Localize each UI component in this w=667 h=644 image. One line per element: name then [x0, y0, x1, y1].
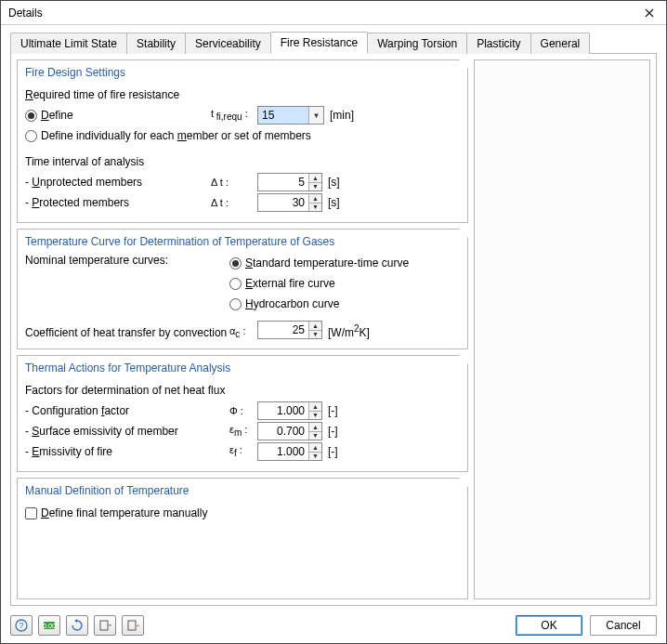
tab-body: Fire Design Settings Required time of fi…: [10, 53, 657, 606]
group-fire-design-settings: Fire Design Settings Required time of fi…: [17, 59, 468, 223]
dt-unit-2: [s]: [328, 196, 340, 209]
window-title: Details: [8, 7, 43, 20]
svg-rect-4: [100, 621, 108, 630]
spin-down-icon[interactable]: ▼: [309, 330, 321, 339]
spin-down-icon[interactable]: ▼: [309, 411, 321, 420]
spin-up-icon[interactable]: ▲: [309, 194, 321, 203]
units-icon: 0.00: [43, 619, 56, 632]
unit-2: [-]: [328, 425, 338, 438]
cancel-button[interactable]: Cancel: [590, 615, 657, 636]
group-title: Fire Design Settings: [25, 64, 460, 79]
reset-button[interactable]: [66, 615, 88, 636]
tab-warping-torsion[interactable]: Warping Torsion: [367, 33, 467, 54]
emiss-fire-field[interactable]: [258, 443, 308, 460]
group-temperature-curve: Temperature Curve for Determination of T…: [17, 229, 468, 349]
emiss-member-input[interactable]: ▲▼: [257, 422, 322, 440]
emiss-fire-input[interactable]: ▲▼: [257, 442, 322, 461]
factors-title: Factors for determination of net heat fl…: [25, 384, 225, 397]
help-button[interactable]: ?: [10, 615, 33, 636]
dt-symbol-2: Δ t :: [211, 197, 257, 208]
tab-ultimate-limit-state[interactable]: Ultimate Limit State: [10, 33, 127, 54]
radio-define-individually[interactable]: [25, 130, 37, 142]
bottom-icon-row: ? 0.00: [10, 615, 144, 636]
nominal-label: Nominal temperature curves:: [25, 254, 229, 267]
group-manual-definition: Manual Definition of Temperature Define …: [17, 478, 468, 599]
group-title: Temperature Curve for Determination of T…: [25, 233, 460, 248]
close-icon: [645, 8, 654, 18]
radio-define-individually-label: Define individually for each member or s…: [41, 129, 311, 142]
tfi-combo[interactable]: 15 ▼: [257, 106, 324, 125]
required-time-label: Required time of fire resistance: [25, 88, 179, 101]
preview-panel: [474, 59, 650, 599]
emiss-fire-label: - Emissivity of fire: [25, 445, 229, 458]
radio-external-curve-label: External fire curve: [245, 277, 335, 290]
unprotected-label: - Unprotected members: [25, 176, 211, 189]
left-column: Fire Design Settings Required time of fi…: [17, 59, 468, 599]
details-dialog: Details Ultimate Limit State Stability S…: [0, 0, 667, 644]
svg-text:0.00: 0.00: [43, 623, 56, 629]
coef-unit: [W/m2K]: [328, 323, 370, 339]
spin-up-icon[interactable]: ▲: [309, 402, 321, 411]
ok-button[interactable]: OK: [516, 615, 582, 636]
coef-field[interactable]: [258, 322, 308, 338]
svg-text:?: ?: [19, 621, 23, 630]
radio-standard-curve-label: Standard temperature-time curve: [245, 256, 409, 269]
chevron-down-icon[interactable]: ▼: [308, 107, 323, 124]
coef-symbol: αc :: [229, 325, 257, 339]
dt-protected-input[interactable]: ▲▼: [257, 193, 322, 212]
dt-unit-1: [s]: [328, 176, 340, 189]
import-button[interactable]: [94, 615, 116, 636]
radio-external-curve[interactable]: [229, 278, 242, 290]
tfi-unit: [min]: [330, 109, 354, 122]
radio-standard-curve[interactable]: [229, 257, 242, 269]
tab-stability[interactable]: Stability: [126, 33, 186, 54]
config-input[interactable]: ▲▼: [257, 401, 322, 420]
spin-down-icon[interactable]: ▼: [309, 431, 321, 440]
dt-protected-field[interactable]: [258, 194, 308, 211]
protected-label: - Protected members: [25, 196, 211, 209]
tab-fire-resistance[interactable]: Fire Resistance: [270, 32, 368, 54]
spin-up-icon[interactable]: ▲: [309, 423, 321, 431]
unit-3: [-]: [328, 445, 338, 458]
dt-symbol-1: Δ t :: [211, 177, 257, 188]
group-title: Manual Definition of Temperature: [25, 482, 460, 497]
group-thermal-actions: Thermal Actions for Temperature Analysis…: [17, 355, 468, 472]
dt-unprotected-input[interactable]: ▲▼: [257, 173, 322, 191]
spin-down-icon[interactable]: ▼: [309, 203, 321, 212]
unit-1: [-]: [328, 404, 338, 417]
spin-up-icon[interactable]: ▲: [309, 443, 321, 452]
group-title: Thermal Actions for Temperature Analysis: [25, 360, 460, 375]
units-button[interactable]: 0.00: [38, 615, 60, 636]
spin-down-icon[interactable]: ▼: [309, 182, 321, 191]
check-manual-temp-label: Define final temperature manually: [41, 506, 207, 519]
dt-unprotected-field[interactable]: [258, 174, 308, 191]
close-button[interactable]: [638, 4, 660, 22]
radio-hydrocarbon-curve-label: Hydrocarbon curve: [245, 297, 339, 310]
help-icon: ?: [15, 619, 28, 632]
emiss-member-label: - Surface emissivity of member: [25, 425, 229, 438]
spin-down-icon[interactable]: ▼: [309, 452, 321, 461]
emiss-member-sym: εm :: [229, 424, 257, 438]
import-icon: [98, 619, 111, 632]
spin-up-icon[interactable]: ▲: [309, 174, 321, 182]
tab-plasticity[interactable]: Plasticity: [466, 33, 530, 54]
tab-bar: Ultimate Limit State Stability Serviceab…: [1, 25, 666, 53]
config-field[interactable]: [258, 402, 308, 419]
emiss-member-field[interactable]: [258, 423, 308, 440]
spin-up-icon[interactable]: ▲: [309, 322, 321, 330]
svg-rect-5: [128, 621, 136, 630]
tab-general[interactable]: General: [530, 33, 591, 54]
radio-define[interactable]: [25, 110, 37, 122]
radio-hydrocarbon-curve[interactable]: [229, 298, 242, 310]
time-interval-title: Time interval of analysis: [25, 155, 144, 168]
coef-label: Coefficient of heat transfer by convecti…: [25, 326, 229, 339]
tfi-value: 15: [258, 107, 308, 124]
config-sym: Φ :: [229, 405, 257, 416]
coef-input[interactable]: ▲▼: [257, 321, 322, 339]
check-manual-temp[interactable]: [25, 507, 37, 519]
config-label: - Configuration factor: [25, 404, 229, 417]
radio-define-label: Define: [41, 109, 73, 122]
tab-serviceability[interactable]: Serviceability: [185, 33, 271, 54]
reset-icon: [71, 619, 84, 632]
export-button[interactable]: [122, 615, 144, 636]
